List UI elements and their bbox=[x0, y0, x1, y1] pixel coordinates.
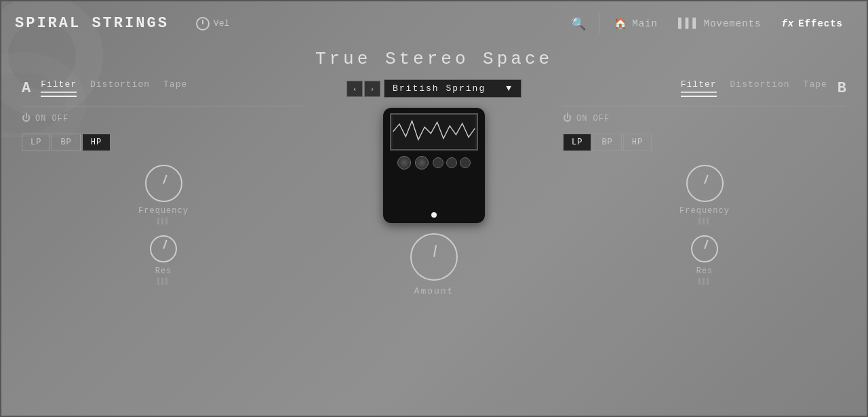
panel-b-tabs: Filter Distortion Tape bbox=[681, 79, 827, 97]
page-title: True Stereo Space bbox=[1, 49, 867, 69]
app-logo: SPIRAL STRINGS bbox=[15, 15, 169, 32]
power-icon-a: ⏻ bbox=[22, 113, 31, 123]
frequency-knob-b[interactable] bbox=[686, 165, 724, 202]
vel-control[interactable]: Vel bbox=[196, 17, 229, 31]
power-icon-b: ⏻ bbox=[563, 113, 572, 123]
wave-display bbox=[391, 115, 477, 149]
frequency-knob-dial-b bbox=[686, 165, 724, 202]
device-screen bbox=[390, 113, 478, 151]
content-area: A Filter Distortion Tape ⏻ ON OFF LP BP … bbox=[1, 79, 867, 417]
amount-label: Amount bbox=[414, 286, 454, 296]
filter-btn-lp-b[interactable]: LP bbox=[563, 134, 591, 151]
nav-main-label: Main bbox=[632, 18, 658, 29]
nav-main-button[interactable]: 🏠 Main bbox=[604, 17, 668, 31]
top-right: 🔍 🏠 Main ▌▌▌ Movements fx Effects bbox=[561, 14, 853, 34]
frequency-knob-a[interactable] bbox=[145, 165, 182, 202]
frequency-bars-b: ▌▌▌ bbox=[698, 218, 711, 225]
res-label-a: Res bbox=[155, 266, 172, 276]
device-dot bbox=[431, 212, 437, 218]
main-container: SPIRAL STRINGS Vel 🔍 🏠 Main ▌▌▌ Movement… bbox=[0, 0, 868, 417]
panel-b-header: B Filter Distortion Tape bbox=[563, 79, 846, 97]
res-knob-dial-a bbox=[150, 235, 177, 262]
on-off-label-a: ON OFF bbox=[35, 114, 68, 123]
panel-b-separator bbox=[563, 106, 846, 106]
center-panel: ‹ › British Spring ▼ bbox=[312, 79, 556, 417]
panel-a-letter: A bbox=[22, 80, 31, 97]
nav-effects-label: Effects bbox=[798, 18, 843, 29]
reverb-nav-arrows: ‹ › bbox=[347, 81, 380, 97]
res-knob-a[interactable] bbox=[150, 235, 177, 262]
on-off-label-b: ON OFF bbox=[576, 114, 610, 123]
res-knob-b[interactable] bbox=[691, 235, 718, 262]
reverb-name: British Spring bbox=[393, 83, 486, 94]
res-label-b: Res bbox=[696, 266, 713, 276]
frequency-knob-b-row: Frequency ▌▌▌ bbox=[563, 165, 846, 225]
res-knob-a-row: Res ▌▌▌ bbox=[22, 235, 305, 285]
bar-chart-icon: ▌▌▌ bbox=[678, 18, 700, 30]
panel-a-on-off[interactable]: ⏻ ON OFF bbox=[22, 113, 305, 123]
res-knob-dial-b bbox=[691, 235, 718, 262]
device-controls bbox=[397, 156, 471, 170]
vel-label: Vel bbox=[214, 18, 229, 28]
nav-effects-button[interactable]: fx Effects bbox=[771, 18, 853, 29]
reverb-prev-button[interactable]: ‹ bbox=[347, 81, 363, 97]
panel-b-letter: B bbox=[837, 80, 846, 97]
nav-movements-label: Movements bbox=[704, 18, 762, 29]
filter-btn-hp-a[interactable]: HP bbox=[82, 134, 111, 151]
reverb-next-button[interactable]: › bbox=[364, 81, 380, 97]
panel-a-separator bbox=[22, 106, 305, 106]
panel-b-tab-filter[interactable]: Filter bbox=[681, 79, 717, 97]
search-button[interactable]: 🔍 bbox=[561, 16, 596, 31]
device-knob-2 bbox=[415, 156, 429, 170]
panel-b-filter-buttons: LP BP HP bbox=[563, 134, 846, 151]
device-jack-3 bbox=[460, 157, 471, 168]
device-jacks bbox=[433, 157, 471, 168]
panel-b-tab-tape[interactable]: Tape bbox=[804, 79, 827, 97]
dropdown-arrow-icon: ▼ bbox=[506, 83, 513, 94]
panel-b-tab-distortion[interactable]: Distortion bbox=[730, 79, 790, 97]
frequency-bars-a: ▌▌▌ bbox=[157, 218, 170, 225]
panel-b: B Filter Distortion Tape ⏻ ON OFF LP BP … bbox=[556, 79, 853, 417]
home-icon: 🏠 bbox=[614, 17, 628, 31]
panel-a-tab-distortion[interactable]: Distortion bbox=[90, 79, 150, 97]
amount-knob-area: Amount bbox=[410, 233, 458, 296]
tab-filter-underline bbox=[41, 92, 77, 93]
device-jack-2 bbox=[446, 157, 457, 168]
svg-rect-2 bbox=[393, 115, 475, 149]
panel-a-tab-filter[interactable]: Filter bbox=[41, 79, 77, 97]
filter-btn-bp-a[interactable]: BP bbox=[52, 134, 80, 151]
frequency-knob-dial-a bbox=[145, 165, 182, 202]
tab-filter-underline-b bbox=[681, 92, 717, 93]
nav-movements-button[interactable]: ▌▌▌ Movements bbox=[668, 18, 771, 30]
panel-a-header: A Filter Distortion Tape bbox=[22, 79, 305, 97]
frequency-label-a: Frequency bbox=[138, 206, 189, 216]
device-jack-1 bbox=[433, 157, 443, 168]
panel-a-tabs: Filter Distortion Tape bbox=[41, 79, 187, 97]
filter-btn-lp-a[interactable]: LP bbox=[22, 134, 50, 151]
res-bars-b: ▌▌▌ bbox=[698, 278, 711, 285]
device-knob-1 bbox=[397, 156, 411, 170]
nav-divider bbox=[599, 14, 600, 34]
reverb-device-image bbox=[383, 108, 485, 223]
amount-knob[interactable] bbox=[410, 233, 458, 281]
reverb-selector: ‹ › British Spring ▼ bbox=[347, 79, 521, 98]
res-bars-a: ▌▌▌ bbox=[157, 278, 170, 285]
filter-btn-hp-b[interactable]: HP bbox=[623, 134, 652, 151]
filter-btn-bp-b[interactable]: BP bbox=[593, 134, 621, 151]
panel-a-filter-buttons: LP BP HP bbox=[22, 134, 305, 151]
panel-a: A Filter Distortion Tape ⏻ ON OFF LP BP … bbox=[15, 79, 312, 417]
frequency-label-b: Frequency bbox=[679, 206, 730, 216]
fx-icon: fx bbox=[781, 18, 794, 29]
frequency-knob-a-row: Frequency ▌▌▌ bbox=[22, 165, 305, 225]
panel-b-on-off[interactable]: ⏻ ON OFF bbox=[563, 113, 846, 123]
panel-a-tab-tape[interactable]: Tape bbox=[163, 79, 187, 97]
res-knob-b-row: Res ▌▌▌ bbox=[563, 235, 846, 285]
reverb-dropdown[interactable]: British Spring ▼ bbox=[384, 79, 521, 98]
top-bar: SPIRAL STRINGS Vel 🔍 🏠 Main ▌▌▌ Movement… bbox=[1, 1, 867, 45]
vel-circle-icon bbox=[196, 17, 210, 31]
